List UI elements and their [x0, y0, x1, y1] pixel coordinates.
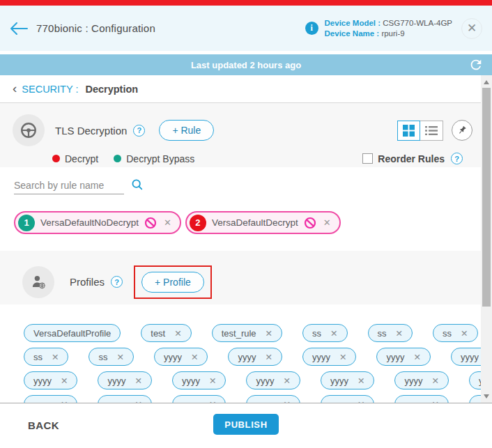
profile-chip[interactable]: VersaDefaultProfile — [24, 324, 121, 342]
grid-view-icon[interactable] — [397, 121, 420, 141]
last-updated-text: Last updated 2 hours ago — [191, 60, 301, 70]
remove-profile-icon[interactable]: ✕ — [431, 376, 438, 386]
remove-profile-icon[interactable]: ✕ — [431, 399, 438, 403]
breadcrumb-security-link[interactable]: SECURITY : — [22, 84, 78, 95]
profile-chip-label: yyyy — [330, 399, 348, 403]
rule-name: VersaDefaultNoDecrypt — [40, 217, 139, 228]
remove-profile-icon[interactable]: ✕ — [330, 328, 337, 339]
remove-profile-icon[interactable]: ✕ — [396, 328, 403, 339]
remove-rule-icon[interactable]: ✕ — [323, 217, 331, 228]
remove-profile-icon[interactable]: ✕ — [413, 352, 420, 362]
reorder-help-icon[interactable]: ? — [451, 153, 463, 164]
remove-profile-icon[interactable]: ✕ — [266, 328, 272, 339]
profile-chip[interactable]: ss✕ — [302, 324, 347, 342]
profile-chip[interactable]: yyyy✕ — [154, 348, 208, 366]
profile-chip-label: yyyy — [182, 376, 200, 386]
profile-chip-row: yyyy✕yyyy✕yyyy✕yyyy✕yyyy✕yyyy✕yyyy✕ — [24, 371, 474, 389]
rule-chip-list: 1VersaDefaultNoDecrypt✕2VersaDefaultDecr… — [14, 211, 481, 234]
remove-profile-icon[interactable]: ✕ — [174, 328, 181, 339]
profile-chip[interactable]: yyyy✕ — [469, 395, 481, 403]
profile-chip[interactable]: yyyy✕ — [321, 371, 374, 389]
profile-chip-label: ss — [33, 352, 43, 362]
profile-chip-label: ss — [312, 328, 321, 339]
refresh-icon[interactable] — [468, 57, 484, 72]
breadcrumb-chevron-icon[interactable]: ‹ — [13, 82, 17, 95]
breadcrumb-page: Decryption — [85, 84, 138, 95]
close-icon[interactable]: ✕ — [461, 18, 482, 39]
dialog-header: 770bionic : Configuration i Device Model… — [0, 6, 492, 51]
scrollbar-thumb[interactable] — [482, 88, 491, 307]
add-rule-button[interactable]: + Rule — [159, 120, 214, 141]
remove-profile-icon[interactable]: ✕ — [52, 352, 59, 362]
add-profile-button[interactable]: + Profile — [141, 272, 204, 293]
remove-profile-icon[interactable]: ✕ — [61, 399, 68, 403]
breadcrumb: ‹ SECURITY : Decryption — [0, 75, 481, 103]
profile-chip-label: yyyy — [330, 376, 348, 386]
profile-chip-label: yyyy — [386, 352, 404, 362]
profile-chip[interactable]: yyyy✕ — [98, 371, 151, 389]
remove-rule-icon[interactable]: ✕ — [164, 217, 171, 228]
remove-profile-icon[interactable]: ✕ — [339, 352, 346, 362]
pin-icon[interactable] — [452, 120, 472, 141]
profile-chip[interactable]: yyyy✕ — [172, 371, 226, 389]
profile-chip[interactable]: yyyy✕ — [24, 371, 77, 389]
profile-chip[interactable]: yyyy✕ — [302, 348, 356, 366]
remove-profile-icon[interactable]: ✕ — [283, 399, 290, 403]
tls-help-icon[interactable]: ? — [133, 125, 145, 137]
remove-profile-icon[interactable]: ✕ — [116, 352, 123, 362]
profile-chip[interactable]: ss✕ — [368, 324, 413, 342]
legend-dot — [52, 155, 60, 162]
profile-chip[interactable]: yyyy✕ — [321, 395, 374, 403]
remove-profile-icon[interactable]: ✕ — [191, 352, 198, 362]
rule-chip[interactable]: 1VersaDefaultNoDecrypt✕ — [14, 211, 181, 234]
profile-chip[interactable]: yyyy✕ — [394, 371, 448, 389]
rule-name: VersaDefaultDecrypt — [212, 217, 298, 228]
remove-profile-icon[interactable]: ✕ — [358, 399, 364, 403]
remove-profile-icon[interactable]: ✕ — [61, 376, 68, 386]
device-model-value: CSG770-WLA-4GP — [383, 19, 452, 27]
profile-chip[interactable]: yyyy✕ — [469, 371, 481, 389]
profile-chip[interactable]: test_rule✕ — [212, 324, 282, 342]
scrollbar-up-icon[interactable] — [481, 77, 492, 87]
profiles-help-icon[interactable]: ? — [111, 276, 123, 288]
profile-chip[interactable]: yyyy✕ — [246, 395, 300, 403]
remove-profile-icon[interactable]: ✕ — [209, 399, 216, 403]
profile-chip[interactable]: yyyy✕ — [228, 348, 282, 366]
remove-profile-icon[interactable]: ✕ — [461, 328, 468, 339]
remove-profile-icon[interactable]: ✕ — [209, 376, 216, 386]
profile-chip[interactable]: yyyy✕ — [451, 348, 481, 366]
profile-chip[interactable]: test✕ — [141, 324, 191, 342]
profile-chip[interactable]: yyyy✕ — [98, 395, 151, 403]
publish-button[interactable]: PUBLISH — [213, 414, 279, 435]
list-view-icon[interactable] — [420, 121, 443, 141]
remove-profile-icon[interactable]: ✕ — [358, 376, 364, 386]
rule-search-block: 1VersaDefaultNoDecrypt✕2VersaDefaultDecr… — [0, 167, 481, 251]
remove-profile-icon[interactable]: ✕ — [283, 376, 290, 386]
profile-chip-label: test — [151, 328, 165, 339]
remove-profile-icon[interactable]: ✕ — [265, 352, 272, 362]
profile-chip[interactable]: yyyy✕ — [24, 395, 77, 403]
profile-chip[interactable]: ss✕ — [89, 348, 133, 366]
legend-label: Decrypt Bypass — [126, 153, 194, 164]
dialog-footer: BACK PUBLISH — [0, 403, 492, 447]
profile-chip[interactable]: yyyy✕ — [246, 371, 300, 389]
profile-chip[interactable]: ss✕ — [24, 348, 68, 366]
profile-chip[interactable]: yyyy✕ — [394, 395, 448, 403]
scrollbar-down-icon[interactable] — [481, 391, 492, 401]
reorder-rules-checkbox[interactable] — [362, 153, 373, 164]
profile-chip-label: ss — [378, 328, 387, 339]
vertical-scrollbar[interactable] — [481, 75, 492, 403]
tls-decryption-section: TLS Decryption ? + Rule — [0, 103, 481, 167]
back-button[interactable]: BACK — [28, 419, 59, 431]
remove-profile-icon[interactable]: ✕ — [134, 399, 141, 403]
search-icon[interactable] — [131, 178, 144, 194]
page-title: 770bionic : Configuration — [36, 22, 155, 34]
rule-chip[interactable]: 2VersaDefaultDecrypt✕ — [185, 211, 341, 234]
back-arrow-icon[interactable] — [10, 20, 31, 37]
profile-chip[interactable]: yyyy✕ — [376, 348, 430, 366]
remove-profile-icon[interactable]: ✕ — [134, 376, 141, 386]
search-input[interactable] — [14, 178, 124, 194]
profile-chip[interactable]: yyyy✕ — [172, 395, 226, 403]
profile-chip[interactable]: ss✕ — [433, 324, 477, 342]
no-decrypt-icon — [304, 217, 316, 229]
